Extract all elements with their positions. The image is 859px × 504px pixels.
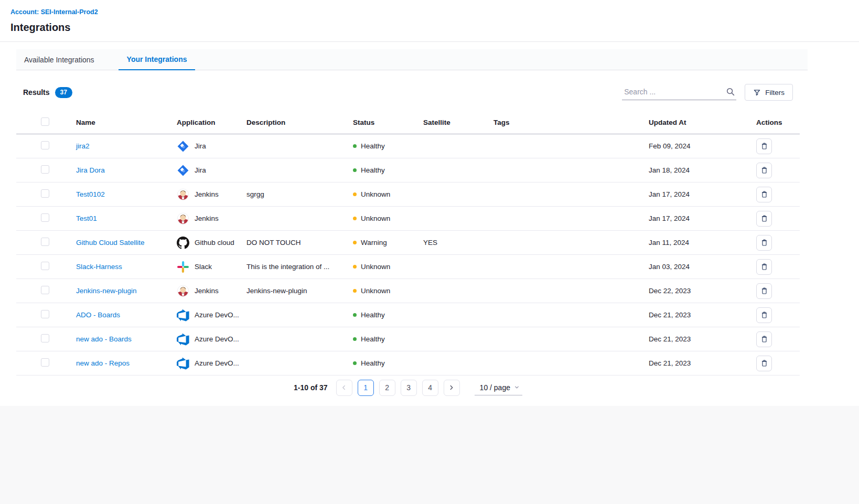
status-dot [353,265,357,269]
row-checkbox[interactable] [41,334,49,342]
filters-button[interactable]: Filters [745,84,793,101]
integration-name-link[interactable]: jira2 [76,142,90,150]
updated-at-cell: Dec 22, 2023 [649,287,753,295]
integration-name-link[interactable]: Jenkins-new-plugin [76,287,137,295]
updated-at-cell: Feb 09, 2024 [649,142,753,150]
status-dot [353,217,357,220]
row-checkbox[interactable] [41,189,49,198]
delete-integration-button[interactable] [756,259,772,275]
page-button-2[interactable]: 2 [379,380,395,396]
status-label: Unknown [361,287,390,295]
updated-at-cell: Jan 03, 2024 [649,263,753,271]
updated-at-cell: Jan 17, 2024 [649,215,753,222]
row-checkbox[interactable] [41,262,49,270]
page-title: Integrations [10,22,859,34]
azure-devops-icon [177,309,189,321]
integration-name-link[interactable]: Github Cloud Satellite [76,239,145,246]
table-row: Test01 Jenkins Unknown [16,207,800,231]
github-icon [177,237,189,249]
application-label: Github cloud [195,239,234,246]
next-page-button[interactable] [444,380,460,396]
delete-integration-button[interactable] [756,307,772,323]
delete-integration-button[interactable] [756,283,772,299]
trash-icon [760,262,769,271]
results-count-badge: 37 [55,87,72,98]
integration-name-link[interactable]: new ado - Repos [76,359,130,367]
search-icon[interactable] [726,87,735,96]
delete-integration-button[interactable] [756,331,772,347]
previous-page-button[interactable] [336,380,352,396]
integration-name-link[interactable]: Test01 [76,215,97,222]
description-cell: Jenkins-new-plugin [246,287,353,295]
status-dot [353,168,357,172]
status-dot [353,192,357,196]
updated-at-cell: Jan 17, 2024 [649,190,753,198]
row-checkbox[interactable] [41,286,49,294]
row-checkbox[interactable] [41,141,49,149]
integration-name-link[interactable]: Test0102 [76,190,105,198]
updated-at-cell: Dec 21, 2023 [649,311,753,319]
application-label: Azure DevO... [195,311,239,319]
delete-integration-button[interactable] [756,163,772,178]
updated-at-cell: Dec 21, 2023 [649,359,753,367]
table-row: Test0102 Jenkins sgrgg Unknown [16,183,800,207]
integration-name-link[interactable]: Slack-Harness [76,263,122,271]
application-label: Slack [195,263,212,271]
tab-bar: Available Integrations Your Integrations [16,49,808,70]
column-header-application: Application [177,119,246,126]
table-row: new ado - Repos Azure DevO... Healthy De… [16,351,800,376]
delete-integration-button[interactable] [756,235,772,251]
description-cell: This is the integration of ... [246,263,353,271]
results-label: Results [23,88,50,96]
results-toolbar: Results 37 Filters [16,84,800,101]
row-checkbox[interactable] [41,358,49,367]
search-input[interactable] [623,87,726,96]
status-label: Healthy [361,166,385,174]
delete-integration-button[interactable] [756,211,772,227]
trash-icon [760,238,769,247]
tab-available-integrations[interactable]: Available Integrations [16,50,103,70]
tab-your-integrations[interactable]: Your Integrations [119,49,196,70]
trash-icon [760,190,769,199]
column-header-satellite: Satellite [423,119,493,126]
integration-name-link[interactable]: Jira Dora [76,166,105,174]
trash-icon [760,142,769,151]
page-header: Account: SEI-Internal-Prod2 Integrations [0,0,859,42]
account-breadcrumb-link[interactable]: Account: SEI-Internal-Prod2 [10,8,98,16]
row-checkbox[interactable] [41,310,49,318]
status-dot [353,361,357,365]
row-checkbox[interactable] [41,238,49,246]
table-header-row: Name Application Description Status Sate… [16,111,800,134]
table-body: jira2 Jira Healthy Feb 09, 2024 [16,134,800,376]
jira-icon [177,164,189,177]
status-dot [353,241,357,244]
row-checkbox[interactable] [41,213,49,222]
azure-devops-icon [177,333,189,346]
integration-name-link[interactable]: new ado - Boards [76,335,132,343]
select-all-checkbox[interactable] [41,117,49,126]
updated-at-cell: Dec 21, 2023 [649,335,753,343]
row-checkbox[interactable] [41,165,49,174]
integrations-table: Name Application Description Status Sate… [16,111,800,376]
delete-integration-button[interactable] [756,138,772,154]
page-size-select[interactable]: 10 / page [475,380,522,395]
application-label: Jenkins [195,190,219,198]
status-label: Unknown [361,190,390,198]
table-row: ADO - Boards Azure DevO... Healthy Dec 2… [16,303,800,327]
status-label: Unknown [361,215,390,222]
chevron-left-icon [340,384,348,391]
status-label: Healthy [361,335,385,343]
delete-integration-button[interactable] [756,187,772,202]
application-label: Azure DevO... [195,359,239,367]
status-label: Healthy [361,359,385,367]
integration-name-link[interactable]: ADO - Boards [76,311,120,319]
page-size-label: 10 / page [480,383,510,392]
jenkins-icon [177,188,189,201]
delete-integration-button[interactable] [756,356,772,371]
jenkins-icon [177,212,189,225]
azure-devops-icon [177,357,189,370]
page-button-1[interactable]: 1 [358,380,374,396]
page-button-3[interactable]: 3 [401,380,417,396]
status-dot [353,144,357,148]
page-button-4[interactable]: 4 [422,380,438,396]
